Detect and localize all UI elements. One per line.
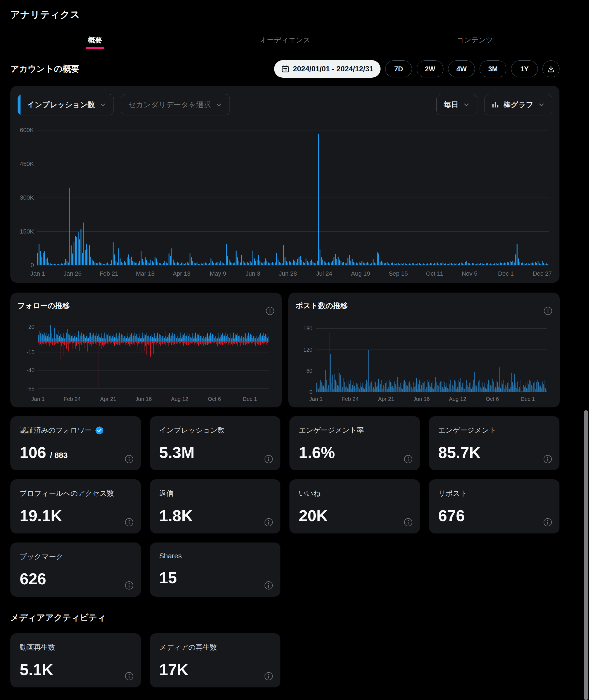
bar[interactable] xyxy=(195,333,196,341)
bar[interactable] xyxy=(151,260,151,265)
bar[interactable] xyxy=(167,341,168,343)
bar[interactable] xyxy=(347,380,347,392)
bar[interactable] xyxy=(211,341,211,343)
bar[interactable] xyxy=(219,336,219,342)
bar[interactable] xyxy=(82,336,82,342)
bar[interactable] xyxy=(178,341,178,344)
bar[interactable] xyxy=(328,382,328,392)
bar[interactable] xyxy=(92,341,93,343)
bar[interactable] xyxy=(435,377,436,392)
bar[interactable] xyxy=(249,341,250,344)
bar[interactable] xyxy=(237,257,238,265)
bar[interactable] xyxy=(71,336,72,342)
bar[interactable] xyxy=(119,341,119,343)
bar[interactable] xyxy=(91,337,92,341)
bar[interactable] xyxy=(96,341,97,345)
bar[interactable] xyxy=(202,336,202,341)
bar[interactable] xyxy=(126,341,126,343)
bar[interactable] xyxy=(293,260,294,265)
bar[interactable] xyxy=(62,338,63,341)
bar[interactable] xyxy=(361,261,362,265)
bar[interactable] xyxy=(516,388,517,392)
bar[interactable] xyxy=(272,262,273,265)
bar[interactable] xyxy=(198,337,198,341)
bar[interactable] xyxy=(257,341,258,344)
bar[interactable] xyxy=(371,388,371,392)
primary-metric-dropdown[interactable]: インプレッション数 xyxy=(17,94,114,115)
bar[interactable] xyxy=(172,341,172,343)
bar[interactable] xyxy=(130,335,131,341)
bar[interactable] xyxy=(480,387,481,392)
bar[interactable] xyxy=(420,389,420,392)
bar[interactable] xyxy=(127,257,128,265)
bar[interactable] xyxy=(50,341,51,343)
bar[interactable] xyxy=(247,341,247,343)
bar[interactable] xyxy=(378,254,379,265)
bar[interactable] xyxy=(97,263,98,265)
bar[interactable] xyxy=(355,383,355,392)
bar[interactable] xyxy=(160,263,161,265)
bar[interactable] xyxy=(67,341,67,342)
bar[interactable] xyxy=(70,333,71,341)
bar[interactable] xyxy=(237,341,237,347)
bar[interactable] xyxy=(51,264,52,265)
bar[interactable] xyxy=(133,336,134,341)
bar[interactable] xyxy=(444,382,444,392)
bar[interactable] xyxy=(101,341,102,349)
bar[interactable] xyxy=(179,341,179,347)
bar[interactable] xyxy=(50,263,51,265)
bar[interactable] xyxy=(393,388,394,392)
bar[interactable] xyxy=(402,389,403,392)
bar[interactable] xyxy=(323,387,323,392)
bar[interactable] xyxy=(225,341,225,346)
bar[interactable] xyxy=(369,362,369,392)
bar[interactable] xyxy=(500,263,501,265)
bar[interactable] xyxy=(142,333,143,341)
bar[interactable] xyxy=(241,336,242,342)
bar[interactable] xyxy=(291,263,292,265)
bar[interactable] xyxy=(118,341,119,343)
bar[interactable] xyxy=(528,263,529,265)
bar[interactable] xyxy=(227,334,228,342)
bar[interactable] xyxy=(141,341,142,353)
bar[interactable] xyxy=(321,257,322,265)
bar[interactable] xyxy=(131,341,132,344)
bar[interactable] xyxy=(194,341,195,345)
bar[interactable] xyxy=(504,380,504,392)
bar[interactable] xyxy=(222,341,222,343)
bar[interactable] xyxy=(150,341,150,343)
bar[interactable] xyxy=(58,264,59,265)
posts-bar-chart[interactable]: 060120180Jan 1Feb 24Apr 21Jun 16Aug 12Oc… xyxy=(296,321,553,403)
bar[interactable] xyxy=(62,341,62,350)
bar[interactable] xyxy=(182,334,182,342)
bar[interactable] xyxy=(91,341,91,343)
bar[interactable] xyxy=(239,339,239,342)
bar[interactable] xyxy=(197,334,198,342)
bar[interactable] xyxy=(192,338,192,341)
bar[interactable] xyxy=(419,387,419,392)
bar[interactable] xyxy=(526,383,526,392)
bar[interactable] xyxy=(144,341,145,351)
bar[interactable] xyxy=(486,263,487,265)
bar[interactable] xyxy=(108,341,109,343)
bar[interactable] xyxy=(79,341,80,351)
bar[interactable] xyxy=(162,341,162,343)
bar[interactable] xyxy=(142,259,143,265)
bar[interactable] xyxy=(382,263,383,265)
bar[interactable] xyxy=(181,341,181,345)
bar[interactable] xyxy=(396,263,397,265)
bar[interactable] xyxy=(492,379,493,392)
bar[interactable] xyxy=(159,341,160,344)
bar[interactable] xyxy=(224,339,224,342)
bar[interactable] xyxy=(208,336,208,342)
bar[interactable] xyxy=(42,334,43,342)
bar[interactable] xyxy=(370,383,371,392)
bar[interactable] xyxy=(133,341,133,345)
bar[interactable] xyxy=(43,341,43,343)
bar[interactable] xyxy=(176,263,176,265)
bar[interactable] xyxy=(546,263,547,265)
bar[interactable] xyxy=(69,341,70,343)
bar[interactable] xyxy=(263,341,263,346)
follows-bar-chart[interactable]: 20-15-40-65Jan 1Feb 24Apr 21Jun 16Aug 12… xyxy=(17,321,275,403)
bar[interactable] xyxy=(443,263,443,265)
